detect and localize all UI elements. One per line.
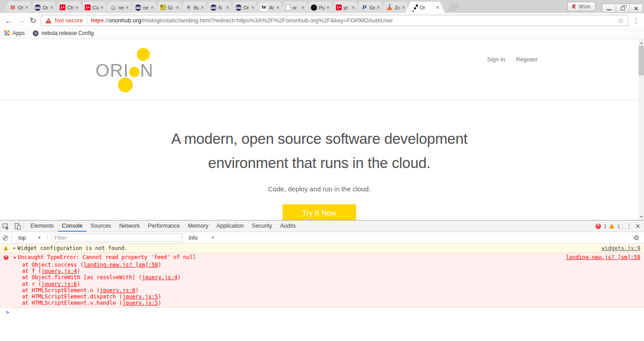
clear-console-icon[interactable] — [3, 235, 8, 241]
profile-button[interactable]: Wim — [567, 2, 596, 11]
expand-arrow-icon[interactable]: ▶ — [13, 246, 16, 250]
bookmarks-bar: Apps nebula.release Config — [0, 28, 644, 39]
devtools-close-icon[interactable]: ✕ — [635, 223, 640, 230]
settings-gear-icon[interactable]: ⚙ — [634, 234, 640, 242]
forward-button[interactable]: → — [17, 17, 25, 25]
tab-close-icon[interactable]: × — [201, 5, 204, 10]
scroll-up-icon[interactable]: ▲ — [639, 40, 644, 45]
eclipse-icon — [210, 4, 217, 11]
devtools-tab-security[interactable]: Security — [248, 220, 276, 232]
devtools-tab-sources[interactable]: Sources — [87, 220, 115, 232]
browser-tab-bar: MOr×Or×1+Ch×1+Cu×◇ne×ne×Gi×✳Bu×N×Or×WAr×… — [0, 0, 644, 13]
device-toolbar-icon[interactable] — [12, 220, 23, 232]
stack-source-link[interactable]: jquery.js:5 — [122, 300, 158, 306]
scrollbar-thumb[interactable] — [639, 46, 644, 75]
devtools-tab-console[interactable]: Console — [58, 220, 87, 232]
bookmark-apps[interactable]: Apps — [4, 30, 25, 36]
devtools-menu-icon[interactable]: ⋮ — [626, 222, 632, 230]
url-separator: :// — [104, 17, 109, 24]
bookmark-nebula-config[interactable]: nebula.release Config — [33, 30, 94, 36]
execution-context-selector[interactable]: top ▼ — [16, 235, 44, 241]
reload-button[interactable]: ↻ — [30, 17, 36, 25]
orion-logo[interactable]: ORI N — [96, 48, 163, 93]
tab-close-icon[interactable]: × — [151, 5, 154, 10]
devtools-tab-audits[interactable]: Audits — [276, 220, 300, 232]
eclipse-icon — [35, 4, 41, 11]
stack-frame: at r (jquery.js:6) — [0, 281, 644, 287]
inspect-element-icon[interactable] — [0, 220, 12, 232]
devtools-tab-application[interactable]: Application — [212, 220, 248, 232]
tab-close-icon[interactable]: × — [402, 5, 405, 10]
devtools-tab-memory[interactable]: Memory — [184, 220, 212, 232]
oneplus-icon: 1+ — [60, 4, 65, 10]
url-text[interactable]: https://orionhub.org/mixloginstatic/land… — [91, 17, 614, 24]
console-filter-input[interactable] — [52, 233, 183, 242]
try-it-now-button[interactable]: Try It Now — [283, 204, 357, 220]
browser-menu-icon[interactable]: ⋮ — [633, 17, 640, 25]
tab-close-icon[interactable]: × — [50, 5, 53, 10]
restore-icon — [621, 7, 625, 10]
error-count: 1 — [604, 224, 606, 229]
oneplus-icon: 1+ — [336, 4, 342, 10]
warning-icon — [4, 246, 8, 250]
tab-close-icon[interactable]: × — [251, 5, 254, 10]
scroll-down-icon[interactable]: ▼ — [639, 214, 644, 219]
page-scrollbar[interactable]: ▲ ▼ — [639, 39, 644, 220]
hero-title-line1: A modern, open source software developme… — [0, 127, 639, 151]
warning-source-link[interactable]: widgets.js:9 — [601, 245, 640, 251]
restore-button[interactable] — [616, 4, 629, 13]
console-error-row[interactable]: ▶ Uncaught TypeError: Cannot read proper… — [0, 253, 644, 308]
logo-text-right: N — [140, 60, 153, 81]
minimize-icon — [607, 9, 611, 10]
tab-close-icon[interactable]: × — [126, 5, 129, 10]
devtools-tab-network[interactable]: Network — [115, 220, 144, 232]
apps-grid-icon — [4, 30, 10, 36]
devtools-tab-elements[interactable]: Elements — [26, 220, 58, 232]
warning-count-icon[interactable] — [609, 224, 614, 229]
context-label: top — [18, 235, 26, 241]
stack-source-link[interactable]: jquery.js:4 — [41, 268, 77, 274]
sign-in-link[interactable]: Sign In — [487, 56, 505, 63]
close-window-button[interactable]: × — [629, 4, 643, 13]
stack-source-link[interactable]: jquery.js:6 — [41, 281, 77, 287]
tab-title: pr — [344, 5, 348, 10]
address-bar[interactable]: Not secure | https://orionhub.org/mixlog… — [41, 15, 628, 26]
console-warning-row[interactable]: ▶ Widget configuration is not found. wid… — [0, 244, 644, 253]
not-secure-label[interactable]: Not secure — [55, 17, 83, 24]
wikipedia-icon: W — [261, 4, 267, 11]
back-button[interactable]: ← — [4, 17, 13, 25]
tab-close-icon[interactable]: × — [301, 5, 305, 10]
tab-close-icon[interactable]: × — [352, 5, 355, 10]
tab-close-icon[interactable]: × — [100, 5, 104, 10]
stack-source-link[interactable]: jquery.js:4 — [142, 274, 177, 281]
console-toolbar: top ▼ Info ▼ ⚙ — [0, 232, 644, 244]
stack-frame: at HTMLScriptElement.dispatch (jquery.js… — [0, 294, 644, 300]
stack-source-link[interactable]: jquery.js:6 — [100, 287, 135, 294]
tab-close-icon[interactable]: × — [25, 5, 28, 10]
log-level-selector[interactable]: Info ▼ — [186, 235, 218, 241]
browser-tab-16[interactable]: Or× — [405, 2, 445, 13]
tab-close-icon[interactable]: × — [326, 5, 330, 10]
tab-close-icon[interactable]: × — [276, 5, 279, 10]
minimize-button[interactable] — [602, 4, 616, 13]
not-secure-icon[interactable] — [45, 18, 52, 23]
error-source-link[interactable]: landing-new.js? [sm]:58 — [566, 254, 640, 260]
tab-close-icon[interactable]: × — [176, 5, 179, 10]
new-tab-button[interactable] — [447, 4, 460, 11]
tab-title: Or — [244, 5, 249, 10]
stack-source-link[interactable]: jquery.js:5 — [122, 294, 158, 300]
expand-arrow-icon[interactable]: ▶ — [14, 255, 16, 259]
tab-close-icon[interactable]: × — [377, 5, 380, 10]
tab-close-icon[interactable]: × — [75, 5, 78, 10]
error-count-icon[interactable] — [596, 224, 601, 229]
tab-close-icon[interactable]: × — [226, 5, 229, 10]
register-link[interactable]: Register — [516, 56, 538, 63]
tab-title: N — [218, 5, 222, 10]
header-divider — [0, 99, 644, 100]
tab-close-icon[interactable]: × — [436, 5, 439, 10]
devtools-tab-performance[interactable]: Performance — [144, 220, 184, 232]
console-prompt[interactable]: > — [0, 308, 644, 317]
tab-title: ne — [143, 5, 148, 10]
stack-source-link[interactable]: landing-new.js? [sm]:58 — [83, 262, 158, 268]
bookmark-star-icon[interactable]: ☆ — [618, 16, 624, 25]
